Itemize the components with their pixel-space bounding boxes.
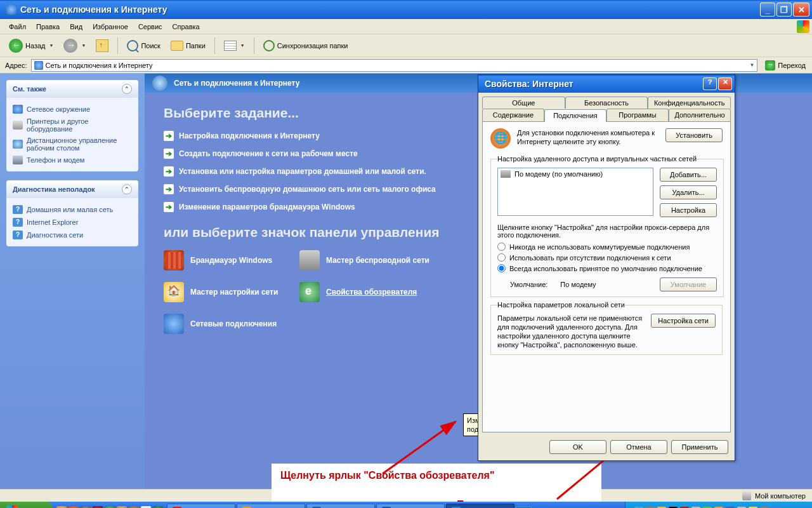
connections-listbox[interactable]: По модему (по умолчанию) (497, 168, 653, 216)
cp-network-wizard[interactable]: Мастер настройки сети (164, 282, 297, 302)
dialup-groupbox: Настройка удаленного доступа и виртуальн… (490, 155, 724, 297)
dialog-close-button[interactable]: ✕ (718, 77, 732, 90)
connections-tab-panel: Для установки подключения компьютера к И… (482, 121, 731, 432)
menu-favorites[interactable]: Избранное (88, 21, 133, 32)
menu-help[interactable]: Справка (167, 21, 205, 32)
address-field[interactable]: Сеть и подключения к Интернету ▼ (31, 59, 758, 72)
go-icon (765, 60, 775, 70)
computer-icon (742, 491, 751, 500)
cp-internet-options[interactable]: Свойства обозревателя (299, 282, 464, 302)
lan-groupbox: Настройка параметров локальной сети Пара… (490, 301, 723, 355)
tab-content[interactable]: Содержание (482, 109, 544, 121)
ie-icon (299, 282, 320, 302)
settings-button[interactable]: Настройка (660, 203, 717, 217)
tab-privacy[interactable]: Конфиденциальность (648, 97, 731, 109)
setup-icon (490, 128, 511, 149)
radio-always[interactable]: Всегда использовать принятое по умолчани… (497, 264, 717, 272)
back-button[interactable]: Назад▼ (5, 37, 57, 55)
go-button[interactable]: Переход (761, 59, 809, 72)
lan-settings-button[interactable]: Настройка сети (651, 314, 716, 328)
toolbar: Назад▼ ▼ Поиск Папки ▼ Синхронизация пап… (0, 34, 812, 57)
proxy-hint: Щелкните кнопку "Настройка" для настройк… (497, 224, 717, 239)
start-logo-icon (6, 505, 18, 508)
ok-button[interactable]: OK (549, 440, 606, 454)
window-title: Сеть и подключения к Интернету (20, 4, 760, 15)
minimize-button[interactable]: _ (760, 3, 775, 17)
radio-never[interactable]: Никогда не использовать коммутируемые по… (497, 243, 717, 251)
up-button[interactable] (92, 37, 112, 54)
dialog-titlebar: Свойства: Интернет ? ✕ (478, 75, 735, 93)
tab-general[interactable]: Общие (482, 97, 565, 109)
cancel-button[interactable]: Отмена (610, 440, 667, 454)
wireless-icon (299, 250, 320, 271)
task-opera[interactable]: Беспро... (167, 504, 235, 508)
sync-icon (263, 40, 275, 51)
task-word[interactable]: Microso... (376, 504, 445, 508)
modem-icon (501, 170, 511, 178)
up-icon (96, 39, 108, 52)
apply-button[interactable]: Применить (671, 440, 728, 454)
tab-programs[interactable]: Программы (606, 109, 669, 121)
menu-view[interactable]: Вид (65, 21, 88, 32)
address-bar: Адрес: Сеть и подключения к Интернету ▼ … (0, 57, 812, 74)
cp-firewall[interactable]: Брандмауэр Windows (164, 250, 297, 271)
ts-network[interactable]: ?Диагностика сети (13, 229, 132, 241)
taskbar: пуск Беспро... Редакт... Corel P... Micr… (0, 502, 812, 508)
arrow-icon: ➔ (164, 131, 174, 141)
link-phone-modem[interactable]: Телефон и модем (13, 154, 132, 166)
internet-properties-dialog: Свойства: Интернет ? ✕ Общие Безопасност… (478, 74, 735, 461)
menu-tools[interactable]: Сервис (133, 21, 167, 32)
ts-home-network[interactable]: ?Домашняя или малая сеть (13, 203, 132, 216)
menu-edit[interactable]: Правка (31, 21, 65, 32)
link-printers[interactable]: Принтеры и другое оборудование (13, 116, 132, 135)
sync-button[interactable]: Синхронизация папки (259, 38, 352, 53)
set-default-button: Умолчание (660, 277, 717, 291)
window-icon (6, 4, 16, 15)
task-corel[interactable]: Corel P... (306, 504, 375, 508)
arrow-icon: ➔ (164, 184, 174, 194)
address-icon (34, 61, 43, 70)
left-panel: См. также⌃ Сетевое окружение Принтеры и … (0, 74, 145, 489)
connections-icon (164, 314, 184, 334)
radio-no-connection[interactable]: Использовать при отсутствии подключения … (497, 253, 717, 262)
start-button[interactable]: пуск (0, 502, 53, 508)
arrow-icon: ➔ (164, 149, 174, 159)
add-button[interactable]: Добавить... (660, 168, 717, 182)
dialog-help-button[interactable]: ? (703, 77, 717, 90)
forward-button[interactable]: ▼ (60, 37, 89, 55)
task-editor[interactable]: Редакт... (237, 504, 305, 508)
system-tray: 14:35 (625, 502, 812, 508)
window-titlebar: Сеть и подключения к Интернету _ ❐ ✕ (0, 0, 812, 19)
link-remote-desktop[interactable]: Дистанционное управление рабочим столом (13, 135, 132, 154)
tab-connections[interactable]: Подключения (544, 109, 606, 122)
collapse-icon[interactable]: ⌃ (122, 184, 132, 194)
firewall-icon (164, 250, 184, 271)
tab-security[interactable]: Безопасность (565, 97, 648, 109)
folders-button[interactable]: Папки (167, 39, 209, 53)
close-button[interactable]: ✕ (793, 3, 809, 17)
search-button[interactable]: Поиск (123, 38, 164, 53)
maximize-button[interactable]: ❐ (776, 3, 792, 17)
arrow-icon: ➔ (164, 166, 174, 177)
arrow-icon: ➔ (164, 202, 174, 212)
menu-file[interactable]: Файл (4, 21, 31, 32)
task-network[interactable]: Сеть и ... (446, 504, 514, 508)
back-icon (9, 39, 23, 53)
search-icon (127, 40, 138, 51)
home-icon (164, 282, 184, 302)
modem-list-item[interactable]: По модему (по умолчанию) (499, 170, 652, 178)
menu-bar: Файл Правка Вид Избранное Сервис Справка (0, 19, 812, 34)
remove-button[interactable]: Удалить... (660, 185, 717, 199)
link-network-places[interactable]: Сетевое окружение (13, 103, 132, 116)
cp-network-connections[interactable]: Сетевые подключения (164, 314, 297, 334)
panel-troubleshoot: Диагностика неполадок⌃ ?Домашняя или мал… (6, 180, 138, 246)
forward-icon (63, 39, 77, 53)
network-icon (152, 76, 167, 91)
setup-button[interactable]: Установить (665, 128, 723, 142)
views-button[interactable]: ▼ (220, 39, 249, 53)
cp-wireless-wizard[interactable]: Мастер беспроводной сети (299, 250, 464, 271)
collapse-icon[interactable]: ⌃ (122, 84, 132, 94)
tab-advanced[interactable]: Дополнительно (669, 109, 731, 121)
ts-ie[interactable]: ?Internet Explorer (13, 216, 132, 229)
views-icon (224, 41, 237, 51)
